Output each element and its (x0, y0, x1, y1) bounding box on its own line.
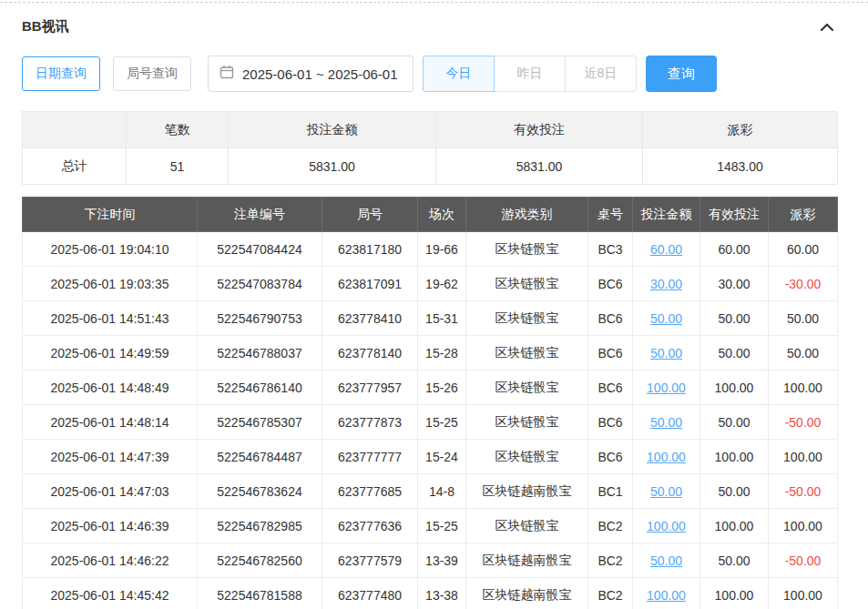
bet-amount-cell: 100.00 (633, 440, 700, 474)
table-number-cell: BC3 (588, 232, 633, 267)
order-number-cell: 522547083784 (198, 267, 322, 301)
bet-amount-link[interactable]: 50.00 (650, 346, 682, 360)
round-number-cell: 623777957 (322, 370, 418, 405)
summary-valid-bet-value: 5831.00 (436, 148, 643, 185)
bet-time-cell: 2025-06-01 14:47:39 (23, 440, 198, 474)
order-number-cell: 522546785307 (198, 405, 322, 440)
summary-header-blank (23, 112, 127, 148)
bet-amount-cell: 60.00 (633, 232, 700, 267)
valid-bet-cell: 60.00 (700, 232, 769, 267)
summary-header-valid-bet: 有效投注 (436, 112, 643, 148)
quick-button-today[interactable]: 今日 (423, 56, 495, 92)
table-number-cell: BC6 (588, 267, 633, 301)
table-number-cell: BC6 (588, 370, 633, 405)
bet-amount-cell: 100.00 (633, 578, 700, 609)
column-header-game-type: 游戏类别 (466, 198, 588, 232)
bet-amount-cell: 50.00 (633, 301, 700, 336)
session-cell: 19-66 (418, 232, 466, 267)
table-number-cell: BC6 (588, 405, 633, 440)
bet-time-cell: 2025-06-01 14:48:14 (23, 405, 198, 440)
bet-amount-link[interactable]: 50.00 (650, 553, 682, 568)
session-cell: 13-39 (418, 543, 466, 578)
bet-time-cell: 2025-06-01 14:46:39 (23, 509, 198, 543)
game-type-cell: 区块链越南骰宝 (466, 578, 588, 609)
game-type-cell: 区块链骰宝 (466, 267, 588, 301)
payout-cell: -50.00 (769, 405, 838, 440)
search-button[interactable]: 查询 (646, 56, 717, 92)
session-cell: 15-24 (418, 440, 466, 474)
bet-amount-link[interactable]: 50.00 (650, 484, 682, 499)
summary-header-count: 笔数 (127, 112, 229, 148)
date-range-value: 2025-06-01 ~ 2025-06-01 (242, 66, 398, 82)
round-query-button[interactable]: 局号查询 (113, 56, 191, 91)
column-header-order-number: 注单编号 (198, 198, 322, 232)
column-header-table-number: 桌号 (588, 198, 633, 232)
bet-amount-link[interactable]: 100.00 (647, 450, 686, 464)
valid-bet-cell: 100.00 (700, 440, 769, 474)
round-number-cell: 623777579 (322, 543, 418, 578)
table-row: 2025-06-01 14:45:42 522546781588 6237774… (23, 578, 838, 609)
table-number-cell: BC6 (588, 440, 633, 474)
table-number-cell: BC2 (588, 543, 633, 578)
session-cell: 15-26 (418, 370, 466, 405)
session-cell: 13-38 (418, 578, 466, 609)
quick-button-yesterday[interactable]: 昨日 (494, 56, 566, 92)
payout-cell: -30.00 (769, 267, 838, 301)
bet-records-table: 下注时间 注单编号 局号 场次 游戏类别 桌号 投注金额 有效投注 派彩 202… (22, 197, 838, 609)
date-range-input[interactable]: 2025-06-01 ~ 2025-06-01 (208, 56, 414, 92)
panel-title: BB视讯 (22, 18, 69, 36)
column-header-payout: 派彩 (769, 198, 838, 232)
valid-bet-cell: 50.00 (700, 405, 769, 440)
table-row: 2025-06-01 14:51:43 522546790753 6237784… (23, 301, 838, 336)
date-query-button[interactable]: 日期查询 (22, 56, 100, 91)
table-number-cell: BC1 (588, 474, 633, 509)
summary-bet-amount-value: 5831.00 (229, 148, 436, 185)
bet-amount-link[interactable]: 30.00 (650, 277, 682, 291)
summary-header-row: 笔数 投注金额 有效投注 派彩 (23, 112, 838, 148)
bet-time-cell: 2025-06-01 14:49:59 (23, 336, 198, 370)
bet-time-cell: 2025-06-01 19:03:35 (23, 267, 198, 301)
column-header-bet-time: 下注时间 (23, 198, 198, 232)
bet-amount-cell: 50.00 (633, 405, 700, 440)
round-number-cell: 623778410 (322, 301, 418, 336)
bet-time-cell: 2025-06-01 14:46:22 (23, 543, 198, 578)
payout-cell: 100.00 (769, 509, 838, 543)
summary-payout-value: 1483.00 (643, 148, 838, 185)
table-body: 2025-06-01 19:04:10 522547084424 6238171… (23, 232, 838, 609)
table-number-cell: BC6 (588, 336, 633, 370)
bet-amount-cell: 100.00 (633, 370, 700, 405)
column-header-round-number: 局号 (322, 198, 418, 232)
valid-bet-cell: 100.00 (700, 509, 769, 543)
order-number-cell: 522547084424 (198, 232, 322, 267)
table-header-row: 下注时间 注单编号 局号 场次 游戏类别 桌号 投注金额 有效投注 派彩 (23, 198, 838, 232)
round-number-cell: 623777873 (322, 405, 418, 440)
order-number-cell: 522546790753 (198, 301, 322, 336)
table-row: 2025-06-01 19:03:35 522547083784 6238170… (23, 267, 838, 301)
bet-record-panel: BB视讯 日期查询 局号查询 2025-06-01 ~ 2025-06-01 今… (0, 3, 868, 609)
bet-amount-link[interactable]: 100.00 (647, 519, 686, 533)
bet-amount-link[interactable]: 60.00 (650, 242, 682, 257)
bet-amount-link[interactable]: 100.00 (647, 381, 686, 395)
session-cell: 15-28 (418, 336, 466, 370)
table-number-cell: BC6 (588, 301, 633, 336)
game-type-cell: 区块链骰宝 (466, 301, 588, 336)
bet-time-cell: 2025-06-01 14:47:03 (23, 474, 198, 509)
valid-bet-cell: 50.00 (700, 474, 769, 509)
table-row: 2025-06-01 14:46:39 522546782985 6237776… (23, 509, 838, 543)
valid-bet-cell: 50.00 (700, 336, 769, 370)
quick-button-last8days[interactable]: 近8日 (565, 56, 637, 92)
table-row: 2025-06-01 14:47:39 522546784487 6237777… (23, 440, 838, 474)
table-row: 2025-06-01 14:48:49 522546786140 6237779… (23, 370, 838, 405)
round-number-cell: 623777480 (322, 578, 418, 609)
bet-amount-link[interactable]: 50.00 (650, 311, 682, 326)
session-cell: 14-8 (418, 474, 466, 509)
payout-cell: -50.00 (769, 543, 838, 578)
collapse-button[interactable] (817, 19, 837, 36)
column-header-valid-bet: 有效投注 (700, 198, 769, 232)
bet-amount-link[interactable]: 50.00 (650, 415, 682, 430)
summary-header-payout: 派彩 (643, 112, 838, 148)
payout-cell: 100.00 (769, 370, 838, 405)
bet-amount-link[interactable]: 100.00 (647, 588, 686, 603)
game-type-cell: 区块链骰宝 (466, 440, 588, 474)
valid-bet-cell: 100.00 (700, 370, 769, 405)
